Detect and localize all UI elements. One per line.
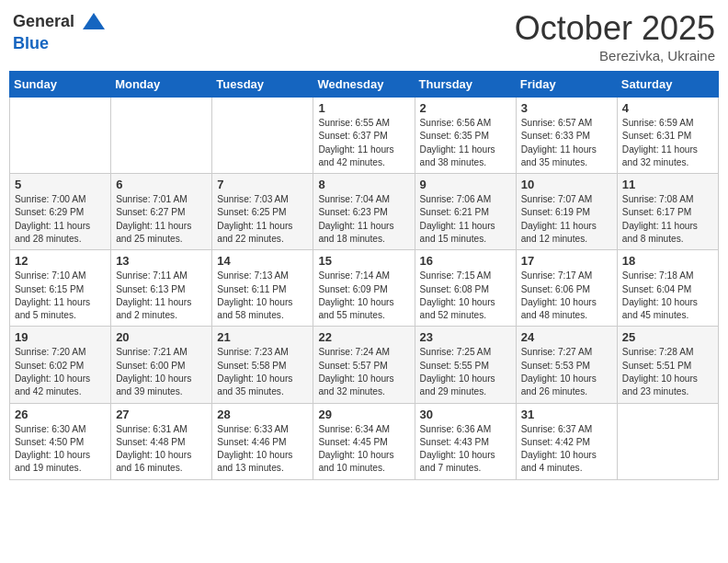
day-number: 21 [217, 330, 308, 344]
day-number: 24 [521, 330, 612, 344]
calendar-cell: 19Sunrise: 7:20 AMSunset: 6:02 PMDayligh… [10, 327, 111, 403]
column-header-tuesday: Tuesday [212, 72, 313, 98]
day-info: Sunrise: 7:28 AMSunset: 5:51 PMDaylight:… [622, 346, 713, 398]
day-number: 20 [116, 330, 207, 344]
calendar-cell: 12Sunrise: 7:10 AMSunset: 6:15 PMDayligh… [10, 250, 111, 327]
page-header: General Blue October 2025 Berezivka, Ukr… [9, 9, 719, 63]
calendar-cell: 28Sunrise: 6:33 AMSunset: 4:46 PMDayligh… [212, 403, 313, 479]
column-header-saturday: Saturday [617, 72, 718, 98]
calendar-cell: 9Sunrise: 7:06 AMSunset: 6:21 PMDaylight… [415, 174, 516, 250]
day-number: 26 [15, 408, 106, 421]
column-header-sunday: Sunday [10, 72, 111, 98]
day-info: Sunrise: 6:31 AMSunset: 4:48 PMDaylight:… [116, 423, 207, 476]
day-info: Sunrise: 7:27 AMSunset: 5:53 PMDaylight:… [521, 346, 612, 398]
calendar-cell: 17Sunrise: 7:17 AMSunset: 6:06 PMDayligh… [516, 250, 617, 327]
day-number: 10 [521, 178, 612, 191]
calendar-cell: 11Sunrise: 7:08 AMSunset: 6:17 PMDayligh… [617, 174, 718, 250]
day-number: 15 [318, 254, 409, 268]
logo-icon [81, 9, 107, 35]
calendar-cell: 25Sunrise: 7:28 AMSunset: 5:51 PMDayligh… [617, 327, 718, 403]
calendar-cell: 27Sunrise: 6:31 AMSunset: 4:48 PMDayligh… [111, 403, 212, 479]
calendar-cell: 8Sunrise: 7:04 AMSunset: 6:23 PMDaylight… [313, 174, 415, 250]
day-info: Sunrise: 6:30 AMSunset: 4:50 PMDaylight:… [15, 423, 106, 476]
calendar-cell: 5Sunrise: 7:00 AMSunset: 6:29 PMDaylight… [10, 174, 111, 250]
day-info: Sunrise: 6:34 AMSunset: 4:45 PMDaylight:… [318, 423, 409, 476]
day-number: 22 [318, 330, 409, 344]
calendar-cell: 14Sunrise: 7:13 AMSunset: 6:11 PMDayligh… [212, 250, 313, 327]
calendar-cell: 7Sunrise: 7:03 AMSunset: 6:25 PMDaylight… [212, 174, 313, 250]
day-info: Sunrise: 6:59 AMSunset: 6:31 PMDaylight:… [622, 117, 713, 169]
day-number: 18 [622, 254, 713, 268]
svg-marker-0 [83, 13, 105, 29]
day-number: 29 [318, 408, 409, 421]
calendar-cell: 22Sunrise: 7:24 AMSunset: 5:57 PMDayligh… [313, 327, 415, 403]
day-number: 11 [622, 178, 713, 191]
calendar-cell: 30Sunrise: 6:36 AMSunset: 4:43 PMDayligh… [415, 403, 516, 479]
calendar-cell: 4Sunrise: 6:59 AMSunset: 6:31 PMDaylight… [617, 98, 718, 174]
calendar-cell: 29Sunrise: 6:34 AMSunset: 4:45 PMDayligh… [313, 403, 415, 479]
week-row-1: 1Sunrise: 6:55 AMSunset: 6:37 PMDaylight… [10, 98, 719, 174]
day-number: 13 [116, 254, 207, 268]
day-info: Sunrise: 7:20 AMSunset: 6:02 PMDaylight:… [15, 346, 106, 398]
day-info: Sunrise: 7:06 AMSunset: 6:21 PMDaylight:… [420, 193, 511, 246]
day-info: Sunrise: 7:03 AMSunset: 6:25 PMDaylight:… [217, 193, 308, 246]
calendar-cell: 3Sunrise: 6:57 AMSunset: 6:33 PMDaylight… [516, 98, 617, 174]
day-info: Sunrise: 6:56 AMSunset: 6:35 PMDaylight:… [420, 117, 511, 169]
column-header-monday: Monday [111, 72, 212, 98]
month-title: October 2025 [515, 9, 715, 48]
day-number: 27 [116, 408, 207, 421]
day-number: 31 [521, 408, 612, 421]
day-info: Sunrise: 6:36 AMSunset: 4:43 PMDaylight:… [420, 423, 511, 476]
day-info: Sunrise: 7:17 AMSunset: 6:06 PMDaylight:… [521, 270, 612, 322]
calendar-cell [212, 98, 313, 174]
calendar-cell: 18Sunrise: 7:18 AMSunset: 6:04 PMDayligh… [617, 250, 718, 327]
calendar-cell: 13Sunrise: 7:11 AMSunset: 6:13 PMDayligh… [111, 250, 212, 327]
day-number: 19 [15, 330, 106, 344]
day-info: Sunrise: 7:00 AMSunset: 6:29 PMDaylight:… [15, 193, 106, 246]
day-info: Sunrise: 7:11 AMSunset: 6:13 PMDaylight:… [116, 270, 207, 322]
calendar-cell: 24Sunrise: 7:27 AMSunset: 5:53 PMDayligh… [516, 327, 617, 403]
location-subtitle: Berezivka, Ukraine [515, 48, 715, 63]
day-info: Sunrise: 7:04 AMSunset: 6:23 PMDaylight:… [318, 193, 409, 246]
day-number: 5 [15, 178, 106, 191]
day-info: Sunrise: 7:13 AMSunset: 6:11 PMDaylight:… [217, 270, 308, 322]
day-info: Sunrise: 7:25 AMSunset: 5:55 PMDaylight:… [420, 346, 511, 398]
calendar-cell: 23Sunrise: 7:25 AMSunset: 5:55 PMDayligh… [415, 327, 516, 403]
day-number: 28 [217, 408, 308, 421]
calendar-cell [617, 403, 718, 479]
title-block: October 2025 Berezivka, Ukraine [515, 9, 715, 63]
day-number: 30 [420, 408, 511, 421]
column-header-thursday: Thursday [415, 72, 516, 98]
calendar-cell: 15Sunrise: 7:14 AMSunset: 6:09 PMDayligh… [313, 250, 415, 327]
day-info: Sunrise: 6:55 AMSunset: 6:37 PMDaylight:… [318, 117, 409, 169]
day-number: 4 [622, 101, 713, 115]
day-number: 2 [420, 101, 511, 115]
logo-general: General [13, 12, 74, 30]
week-row-2: 5Sunrise: 7:00 AMSunset: 6:29 PMDaylight… [10, 174, 719, 250]
day-number: 16 [420, 254, 511, 268]
day-number: 1 [318, 101, 409, 115]
day-info: Sunrise: 7:07 AMSunset: 6:19 PMDaylight:… [521, 193, 612, 246]
calendar-cell: 31Sunrise: 6:37 AMSunset: 4:42 PMDayligh… [516, 403, 617, 479]
calendar-cell: 10Sunrise: 7:07 AMSunset: 6:19 PMDayligh… [516, 174, 617, 250]
calendar-cell: 2Sunrise: 6:56 AMSunset: 6:35 PMDaylight… [415, 98, 516, 174]
column-header-wednesday: Wednesday [313, 72, 415, 98]
day-info: Sunrise: 7:24 AMSunset: 5:57 PMDaylight:… [318, 346, 409, 398]
day-info: Sunrise: 7:21 AMSunset: 6:00 PMDaylight:… [116, 346, 207, 398]
day-info: Sunrise: 7:08 AMSunset: 6:17 PMDaylight:… [622, 193, 713, 246]
day-number: 12 [15, 254, 106, 268]
week-row-5: 26Sunrise: 6:30 AMSunset: 4:50 PMDayligh… [10, 403, 719, 479]
day-info: Sunrise: 7:01 AMSunset: 6:27 PMDaylight:… [116, 193, 207, 246]
day-info: Sunrise: 7:14 AMSunset: 6:09 PMDaylight:… [318, 270, 409, 322]
day-number: 25 [622, 330, 713, 344]
calendar-cell: 21Sunrise: 7:23 AMSunset: 5:58 PMDayligh… [212, 327, 313, 403]
day-info: Sunrise: 7:15 AMSunset: 6:08 PMDaylight:… [420, 270, 511, 322]
logo-blue-text: Blue [13, 35, 107, 53]
day-number: 6 [116, 178, 207, 191]
week-row-3: 12Sunrise: 7:10 AMSunset: 6:15 PMDayligh… [10, 250, 719, 327]
calendar-cell: 26Sunrise: 6:30 AMSunset: 4:50 PMDayligh… [10, 403, 111, 479]
day-info: Sunrise: 6:33 AMSunset: 4:46 PMDaylight:… [217, 423, 308, 476]
day-number: 7 [217, 178, 308, 191]
day-info: Sunrise: 6:57 AMSunset: 6:33 PMDaylight:… [521, 117, 612, 169]
calendar-cell: 6Sunrise: 7:01 AMSunset: 6:27 PMDaylight… [111, 174, 212, 250]
